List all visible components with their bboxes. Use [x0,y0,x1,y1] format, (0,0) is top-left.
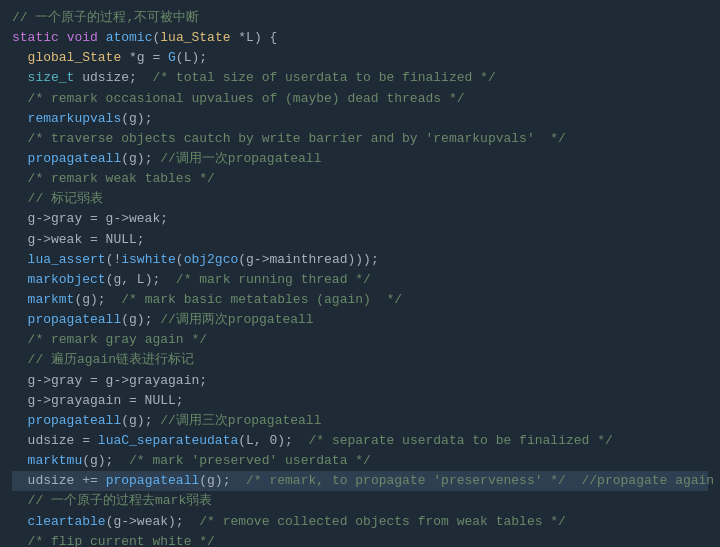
plain-token [59,30,67,45]
plain-token: udsize += [12,473,106,488]
keyword-token: void [67,30,98,45]
plain-token: (g); [121,111,152,126]
plain-token: g->gray = g->weak; [12,211,168,226]
function-token: cleartable [28,514,106,529]
plain-token [12,111,28,126]
comment-token: /* total size of userdata to be finalize… [152,70,495,85]
plain-token [12,131,28,146]
function-token: remarkupvals [28,111,122,126]
plain-token: (g); [121,151,160,166]
plain-token: udsize = [12,433,98,448]
code-line: /* remark gray again */ [12,330,708,350]
plain-token [12,534,28,547]
identifier-token: global_State [28,50,122,65]
code-line: udsize += propagateall(g); /* remark, to… [12,471,708,491]
plain-token [12,191,28,206]
comment-token: //调用两次propgateall [160,312,313,327]
code-editor: // 一个原子的过程,不可被中断static void atomic(lua_S… [0,0,720,547]
code-line: // 一个原子的过程去mark弱表 [12,491,708,511]
plain-token: *g = [121,50,168,65]
code-line: remarkupvals(g); [12,109,708,129]
plain-token: udsize; [74,70,152,85]
code-line: g->weak = NULL; [12,230,708,250]
function-token: marktmu [28,453,83,468]
code-line: markobject(g, L); /* mark running thread… [12,270,708,290]
plain-token [12,453,28,468]
code-line: g->gray = g->weak; [12,209,708,229]
function-token: propagateall [28,413,122,428]
comment-token: /* remark weak tables */ [28,171,215,186]
code-line: udsize = luaC_separateudata(L, 0); /* se… [12,431,708,451]
code-line: g->grayagain = NULL; [12,391,708,411]
plain-token: (g); [82,453,129,468]
comment-token: /* separate userdata to be finalized */ [308,433,612,448]
comment-token: /* mark 'preserved' userdata */ [129,453,371,468]
plain-token [12,252,28,267]
comment-token: // 标记弱表 [28,191,103,206]
comment-token: /* remark, to propagate 'preserveness' *… [246,473,714,488]
code-line: marktmu(g); /* mark 'preserved' userdata… [12,451,708,471]
plain-token [12,70,28,85]
function-token: atomic [106,30,153,45]
code-line: propagateall(g); //调用两次propgateall [12,310,708,330]
function-token: markobject [28,272,106,287]
plain-token [12,332,28,347]
comment-token: //调用三次propagateall [160,413,321,428]
code-line: g->gray = g->grayagain; [12,371,708,391]
code-line: cleartable(g->weak); /* remove collected… [12,512,708,532]
code-line: /* traverse objects cautch by write barr… [12,129,708,149]
plain-token [12,352,28,367]
comment-token: // 一个原子的过程去mark弱表 [28,493,213,508]
comment-token: //调用一次propagateall [160,151,321,166]
code-line: /* remark occasional upvalues of (maybe)… [12,89,708,109]
function-token: iswhite [121,252,176,267]
plain-token: (L, 0); [238,433,308,448]
plain-token: (g); [74,292,121,307]
function-token: G [168,50,176,65]
code-line: propagateall(g); //调用三次propagateall [12,411,708,431]
comment-token: /* flip current white */ [28,534,215,547]
comment-token: /* remove collected objects from weak ta… [199,514,566,529]
function-token: propagateall [106,473,200,488]
plain-token: (g, L); [106,272,176,287]
code-line: // 标记弱表 [12,189,708,209]
function-token: obj2gco [184,252,239,267]
function-token: markmt [28,292,75,307]
plain-token: (g); [121,312,160,327]
type-token: size_t [28,70,75,85]
keyword-token: static [12,30,59,45]
function-token: lua_assert [28,252,106,267]
function-token: luaC_separateudata [98,433,238,448]
comment-token: /* mark basic metatables (again) */ [121,292,402,307]
plain-token: (g->mainthread))); [238,252,378,267]
plain-token: g->weak = NULL; [12,232,145,247]
plain-token [12,272,28,287]
plain-token [12,312,28,327]
code-line: lua_assert(!iswhite(obj2gco(g->mainthrea… [12,250,708,270]
plain-token: (L); [176,50,207,65]
code-line: global_State *g = G(L); [12,48,708,68]
comment-token: /* mark running thread */ [176,272,371,287]
code-line: size_t udsize; /* total size of userdata… [12,68,708,88]
plain-token [12,514,28,529]
plain-token [12,50,28,65]
code-line: static void atomic(lua_State *L) { [12,28,708,48]
code-lines: // 一个原子的过程,不可被中断static void atomic(lua_S… [12,8,708,547]
code-line: /* remark weak tables */ [12,169,708,189]
comment-token: // 遍历again链表进行标记 [28,352,194,367]
identifier-token: lua_State [160,30,230,45]
plain-token: ( [176,252,184,267]
code-line: // 一个原子的过程,不可被中断 [12,8,708,28]
function-token: propagateall [28,151,122,166]
plain-token: (g->weak); [106,514,200,529]
plain-token [12,91,28,106]
plain-token: g->gray = g->grayagain; [12,373,207,388]
comment-token: /* traverse objects cautch by write barr… [28,131,566,146]
plain-token [12,413,28,428]
code-line: /* flip current white */ [12,532,708,547]
comment-token: // 一个原子的过程,不可被中断 [12,10,199,25]
plain-token: (! [106,252,122,267]
comment-token: /* remark gray again */ [28,332,207,347]
plain-token: *L) { [231,30,278,45]
plain-token [98,30,106,45]
